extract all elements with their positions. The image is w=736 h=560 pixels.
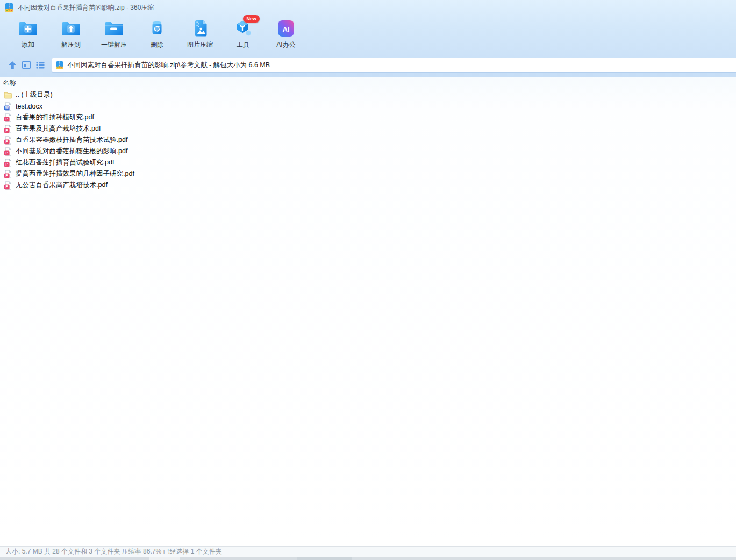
360zip-window: 不同因素对百香果扦插育苗的影响.zip - 360压缩 添加 [0,0,736,560]
file-type-icon [4,136,12,145]
status-bar: 大小: 5.7 MB 共 28 个文件和 3 个文件夹 压缩率 86.7% 已经… [0,546,736,557]
up-arrow-icon [7,60,18,70]
toolbar-button-label: 一键解压 [101,40,127,49]
list-view-button[interactable] [33,58,47,72]
file-type-icon [4,125,12,133]
navigate-up-button[interactable] [5,58,19,72]
file-name: 百香果及其高产栽培技术.pdf [16,124,101,133]
file-list: 名称 .. (上级目录) test.docx 百香果的扦插种植研究.pdf 百香… [0,77,736,546]
list-item[interactable]: 不同基质对西番莲插穗生根的影响.pdf [0,146,736,157]
titlebar: 不同因素对百香果扦插育苗的影响.zip - 360压缩 [0,0,736,15]
file-type-icon [4,91,12,99]
file-name: .. (上级目录) [16,90,53,99]
extract-to-icon [60,19,82,38]
list-item[interactable]: 无公害百香果高产栽培技术.pdf [0,180,736,191]
list-item[interactable]: .. (上级目录) [0,89,736,100]
panel-view-icon [21,60,32,70]
file-name: 不同基质对西番莲插穗生根的影响.pdf [16,147,127,156]
taskbar-edge [0,557,736,560]
new-badge: New [243,15,260,23]
toolbar-button-label: 解压到 [61,40,81,49]
list-item[interactable]: 红花西番莲扦插育苗试验研究.pdf [0,157,736,168]
top-panel: 不同因素对百香果扦插育苗的影响.zip - 360压缩 添加 [0,0,736,77]
toolbar-button-one-click-extract[interactable]: 一键解压 [92,15,135,55]
file-name: 无公害百香果高产栽培技术.pdf [16,181,108,190]
toolbar-button-tools[interactable]: New 工具 [221,15,265,55]
add-folder-icon [17,19,39,38]
file-type-icon [4,102,12,111]
address-bar[interactable]: 不同因素对百香果扦插育苗的影响.zip\参考文献 - 解包大小为 6.6 MB [52,58,736,73]
file-rows: .. (上级目录) test.docx 百香果的扦插种植研究.pdf 百香果及其… [0,89,736,191]
toolbar-button-add[interactable]: 添加 [6,15,49,55]
file-name: 百香果容器嫩枝扦插育苗技术试验.pdf [16,135,127,145]
file-name: 提高西番莲扦插效果的几种因子研究.pdf [16,169,134,178]
zip-file-icon [55,61,64,69]
delete-trash-icon [146,19,168,38]
list-item[interactable]: 百香果容器嫩枝扦插育苗技术试验.pdf [0,134,736,146]
toolbar-button-label: 图片压缩 [187,40,213,49]
toolbar-button-delete[interactable]: 删除 [135,15,178,55]
list-view-icon [35,60,46,70]
list-item[interactable]: test.docx [0,100,736,112]
svg-text:AI: AI [283,25,290,33]
window-title: 不同因素对百香果扦插育苗的影响.zip - 360压缩 [18,3,154,12]
toolbar-button-ai-office[interactable]: AI AI办公 [265,15,308,55]
one-click-extract-icon [103,19,125,38]
ai-office-icon: AI [275,19,297,38]
list-item[interactable]: 百香果的扦插种植研究.pdf [0,112,736,123]
toolbar-button-label: 删除 [151,40,163,49]
list-item[interactable]: 提高西番莲扦插效果的几种因子研究.pdf [0,168,736,180]
file-name: 红花西番莲扦插育苗试验研究.pdf [16,158,114,167]
address-path: 不同因素对百香果扦插育苗的影响.zip\参考文献 - 解包大小为 6.6 MB [67,61,270,70]
file-type-icon [4,113,12,122]
file-name: 百香果的扦插种植研究.pdf [16,113,94,122]
toolbar-button-label: 工具 [237,40,249,49]
file-type-icon [4,147,12,156]
file-type-icon [4,181,12,190]
list-item[interactable]: 百香果及其高产栽培技术.pdf [0,123,736,134]
file-name: test.docx [16,103,42,110]
toolbar-button-label: 添加 [22,40,34,49]
icon-view-button[interactable] [19,58,33,72]
toolbar-button-label: AI办公 [276,40,295,49]
status-text: 大小: 5.7 MB 共 28 个文件和 3 个文件夹 压缩率 86.7% 已经… [5,547,222,556]
toolbar-button-extract-to[interactable]: 解压到 [49,15,92,55]
column-header-name[interactable]: 名称 [0,77,736,89]
toolbar-button-image-compress[interactable]: 图片压缩 [178,15,221,55]
file-type-icon [4,159,12,167]
toolbar: 添加 解压到 [0,15,736,56]
image-compress-icon [189,19,211,38]
file-type-icon [4,170,12,178]
address-row: 不同因素对百香果扦插育苗的影响.zip\参考文献 - 解包大小为 6.6 MB [0,56,736,74]
app-zip-icon [4,3,14,12]
